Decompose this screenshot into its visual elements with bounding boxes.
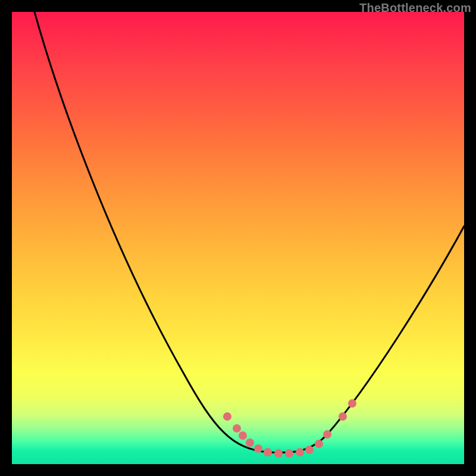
- dot: [254, 444, 262, 453]
- dot: [239, 431, 247, 440]
- dot: [315, 440, 323, 448]
- dot: [223, 412, 231, 421]
- bottleneck-curve: [35, 12, 464, 453]
- dot: [233, 424, 241, 433]
- highlight-dots-group: [223, 399, 356, 458]
- dot: [339, 412, 347, 421]
- dot: [305, 446, 314, 454]
- dot: [264, 448, 272, 456]
- dot: [348, 399, 356, 408]
- dot: [274, 449, 283, 458]
- dot: [296, 448, 304, 456]
- dot: [285, 449, 293, 458]
- outer-frame: TheBottleneck.com: [0, 0, 476, 476]
- plot-area: [12, 12, 464, 464]
- curve-svg: [12, 12, 464, 464]
- watermark-text: TheBottleneck.com: [359, 1, 471, 15]
- dot: [323, 430, 331, 439]
- dot: [246, 439, 254, 447]
